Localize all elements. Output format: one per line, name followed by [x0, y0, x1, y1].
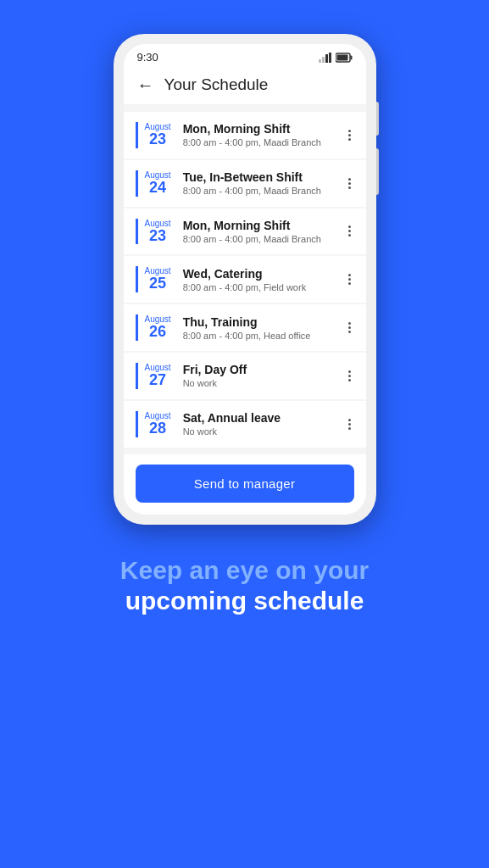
table-row: August 23 Mon, Morning Shift 8:00 am - 4…	[124, 209, 366, 255]
table-row: August 25 Wed, Catering 8:00 am - 4:00 p…	[124, 256, 366, 303]
shift-info: Tue, In-Between Shift 8:00 am - 4:00 pm,…	[183, 170, 345, 196]
more-options-button[interactable]	[345, 126, 354, 144]
more-options-button[interactable]	[345, 222, 354, 240]
shift-info: Mon, Morning Shift 8:00 am - 4:00 pm, Ma…	[183, 219, 345, 244]
more-options-button[interactable]	[345, 415, 354, 433]
shift-info: Wed, Catering 8:00 am - 4:00 pm, Field w…	[183, 267, 345, 292]
table-row: August 24 Tue, In-Between Shift 8:00 am …	[124, 160, 366, 207]
svg-rect-1	[322, 57, 325, 63]
date-day: 25	[149, 275, 166, 292]
shift-name: Wed, Catering	[183, 267, 345, 281]
send-to-manager-button[interactable]: Send to manager	[136, 465, 354, 503]
shift-details: 8:00 am - 4:00 pm, Maadi Branch	[183, 234, 345, 244]
page-title: Your Schedule	[164, 75, 269, 94]
tagline-line2: upcoming schedule	[120, 586, 369, 616]
shift-info: Sat, Annual leave No work	[183, 411, 345, 437]
status-bar: 9:30	[124, 44, 366, 67]
more-options-button[interactable]	[345, 319, 354, 337]
app-header: ← Your Schedule	[124, 67, 366, 105]
date-block: August 26	[136, 314, 171, 341]
svg-rect-6	[336, 54, 347, 60]
svg-rect-3	[329, 53, 331, 63]
date-block: August 24	[136, 170, 171, 197]
date-day: 24	[149, 180, 166, 197]
status-time: 9:30	[137, 51, 158, 64]
send-button-container: Send to manager	[124, 454, 366, 515]
date-block: August 28	[136, 411, 171, 437]
date-day: 26	[149, 324, 166, 341]
status-icons	[319, 53, 353, 63]
shift-details: 8:00 am - 4:00 pm, Maadi Branch	[183, 186, 345, 196]
shift-info: Fri, Day Off No work	[183, 363, 345, 388]
date-block: August 27	[136, 363, 171, 389]
signal-icon	[319, 53, 332, 63]
date-block: August 23	[136, 219, 171, 245]
shift-name: Sat, Annual leave	[183, 411, 345, 425]
date-block: August 23	[136, 122, 171, 148]
table-row: August 27 Fri, Day Off No work	[124, 353, 366, 399]
date-day: 23	[149, 228, 166, 245]
more-options-button[interactable]	[345, 175, 354, 192]
more-options-button[interactable]	[345, 367, 354, 385]
schedule-list: August 23 Mon, Morning Shift 8:00 am - 4…	[124, 105, 366, 454]
svg-rect-2	[325, 54, 328, 63]
date-day: 23	[149, 131, 166, 148]
shift-details: 8:00 am - 4:00 pm, Maadi Branch	[183, 137, 345, 147]
shift-details: 8:00 am - 4:00 pm, Head office	[183, 331, 345, 341]
battery-icon	[336, 53, 353, 63]
phone-screen: 9:30 ← Your Schedule	[124, 44, 366, 515]
shift-details: No work	[183, 378, 345, 388]
date-day: 28	[149, 420, 166, 437]
table-row: August 28 Sat, Annual leave No work	[124, 401, 366, 448]
back-button[interactable]: ←	[137, 76, 154, 93]
shift-name: Tue, In-Between Shift	[183, 170, 345, 184]
shift-name: Fri, Day Off	[183, 363, 345, 376]
date-day: 27	[149, 372, 166, 389]
shift-info: Thu, Training 8:00 am - 4:00 pm, Head of…	[183, 315, 345, 341]
table-row: August 26 Thu, Training 8:00 am - 4:00 p…	[124, 304, 366, 351]
svg-rect-0	[319, 59, 321, 63]
phone-mockup: 9:30 ← Your Schedule	[114, 34, 376, 525]
shift-details: No work	[183, 426, 345, 437]
shift-details: 8:00 am - 4:00 pm, Field work	[183, 282, 345, 292]
shift-name: Thu, Training	[183, 315, 345, 329]
bottom-tagline: Keep an eye on your upcoming schedule	[95, 555, 394, 616]
date-month: August	[145, 219, 171, 228]
more-options-button[interactable]	[345, 270, 354, 288]
shift-name: Mon, Morning Shift	[183, 219, 345, 232]
shift-info: Mon, Morning Shift 8:00 am - 4:00 pm, Ma…	[183, 122, 345, 147]
date-block: August 25	[136, 266, 171, 292]
tagline-line1: Keep an eye on your	[120, 555, 369, 586]
svg-rect-5	[350, 55, 352, 59]
shift-name: Mon, Morning Shift	[183, 122, 345, 136]
table-row: August 23 Mon, Morning Shift 8:00 am - 4…	[124, 112, 366, 159]
